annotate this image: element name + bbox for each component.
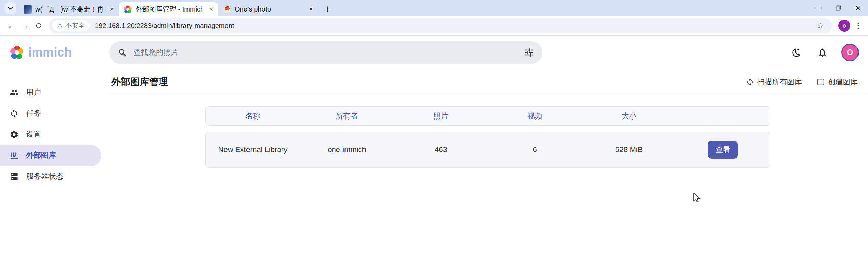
- sidebar-item-jobs[interactable]: 任务: [0, 103, 101, 124]
- tab-close-icon[interactable]: ×: [307, 5, 315, 14]
- tab-search-button[interactable]: [5, 2, 16, 14]
- sidebar-item-users[interactable]: 用户: [0, 82, 101, 103]
- library-table-header: 名称 所有者 照片 视频 大小: [205, 106, 770, 126]
- admin-sidebar: 用户 任务 设置 外部图库 服务器状态: [0, 69, 108, 279]
- sidebar-label: 设置: [26, 129, 41, 140]
- tab-close-icon[interactable]: ×: [207, 5, 216, 14]
- gear-icon: [9, 130, 19, 139]
- tab1-favicon: [24, 5, 32, 14]
- forward-button[interactable]: →: [18, 19, 32, 33]
- sidebar-label: 服务器状态: [26, 171, 63, 181]
- sidebar-item-settings[interactable]: 设置: [0, 124, 101, 145]
- url-text[interactable]: 192.168.1.20:2283/admin/library-manageme…: [95, 22, 234, 30]
- scan-all-label: 扫描所有图库: [757, 77, 802, 87]
- browser-tab-strip: w(゜Д゜)w 不要走！再看看嘛! × 外部图库管理 - Immich × On…: [0, 0, 868, 16]
- tab-close-icon[interactable]: ×: [107, 5, 116, 14]
- refresh-icon: [35, 22, 42, 29]
- create-library-button[interactable]: 创建图库: [817, 77, 858, 87]
- brand-wordmark: immich: [28, 45, 72, 60]
- column-header-photos: 照片: [394, 111, 488, 121]
- refresh-button[interactable]: [32, 19, 45, 33]
- back-button[interactable]: ←: [5, 19, 18, 33]
- app-header: immich O: [0, 36, 868, 69]
- library-name: New External Library: [206, 145, 300, 154]
- window-close-button[interactable]: ×: [848, 0, 868, 16]
- new-tab-button[interactable]: +: [321, 3, 334, 15]
- browser-toolbar: ← → ⚠ 不安全 192.168.1.20:2283/admin/librar…: [0, 16, 868, 36]
- search-icon: [118, 48, 127, 57]
- security-label: 不安全: [65, 21, 85, 30]
- immich-favicon: [123, 5, 132, 14]
- search-input[interactable]: [134, 48, 517, 57]
- sidebar-label: 用户: [26, 87, 41, 98]
- browser-tab-1[interactable]: w(゜Д゜)w 不要走！再看看嘛! ×: [19, 2, 119, 16]
- bell-icon: [817, 47, 827, 58]
- add-square-icon: [817, 78, 825, 86]
- tab-title: One's photo: [235, 5, 303, 13]
- library-actions-cell: 查看: [676, 141, 770, 159]
- tab-title: w(゜Д゜)w 不要走！再看看嘛!: [35, 5, 104, 14]
- immich-flower-icon: [9, 45, 25, 60]
- scan-sync-icon: [746, 78, 754, 86]
- restore-icon: [836, 5, 841, 11]
- sidebar-label: 外部图库: [26, 150, 56, 160]
- page-title: 外部图库管理: [111, 76, 168, 88]
- tab-separator: [319, 5, 319, 14]
- window-restore-button[interactable]: [829, 0, 848, 16]
- immich-logo[interactable]: immich: [9, 45, 72, 60]
- page-header: 外部图库管理 扫描所有图库 创建图库: [108, 69, 868, 94]
- column-header-videos: 视频: [488, 111, 582, 121]
- scan-all-libraries-button[interactable]: 扫描所有图库: [746, 77, 802, 87]
- browser-profile-avatar[interactable]: o: [838, 20, 850, 32]
- library-owner: one-immich: [300, 145, 394, 154]
- create-library-label: 创建图库: [828, 77, 858, 87]
- sidebar-item-external-libraries[interactable]: 外部图库: [0, 145, 101, 166]
- column-header-name: 名称: [206, 111, 300, 121]
- browser-tab-2-active[interactable]: 外部图库管理 - Immich ×: [119, 2, 218, 16]
- security-chip[interactable]: ⚠ 不安全: [52, 20, 90, 31]
- sidebar-item-server-stats[interactable]: 服务器状态: [0, 166, 101, 187]
- browser-menu-icon[interactable]: ⋮: [853, 21, 863, 30]
- library-photo-count: 463: [394, 145, 488, 154]
- search-filter-icon[interactable]: [524, 48, 534, 57]
- users-icon: [9, 88, 19, 97]
- column-header-size: 大小: [582, 111, 676, 121]
- tab3-favicon: [223, 5, 231, 14]
- browser-tab-3[interactable]: One's photo ×: [218, 2, 318, 16]
- main-area: 用户 任务 设置 外部图库 服务器状态 外部图库管理: [0, 69, 868, 279]
- dark-mode-toggle[interactable]: [790, 46, 803, 59]
- server-icon: [9, 172, 19, 181]
- address-bar[interactable]: ⚠ 不安全 192.168.1.20:2283/admin/library-ma…: [49, 18, 832, 33]
- library-size: 528 MiB: [582, 145, 676, 154]
- window-minimize-button[interactable]: [809, 0, 829, 16]
- library-icon: [9, 151, 19, 160]
- view-library-button[interactable]: 查看: [708, 141, 738, 159]
- user-avatar[interactable]: O: [841, 44, 859, 61]
- library-table-row: New External Library one-immich 463 6 52…: [205, 132, 770, 168]
- bookmark-star-icon[interactable]: ☆: [812, 21, 829, 30]
- close-icon: ×: [855, 4, 861, 13]
- warning-icon: ⚠: [57, 22, 63, 30]
- library-video-count: 6: [488, 145, 582, 154]
- minimize-icon: [816, 8, 822, 8]
- column-header-owner: 所有者: [300, 111, 394, 121]
- notifications-button[interactable]: [815, 46, 829, 59]
- chevron-down-icon: [8, 7, 13, 10]
- moon-stars-icon: [791, 47, 802, 58]
- sidebar-label: 任务: [26, 108, 41, 119]
- header-actions: O: [790, 44, 859, 61]
- window-controls: ×: [809, 0, 868, 16]
- search-bar[interactable]: [109, 41, 542, 64]
- tab-title: 外部图库管理 - Immich: [136, 5, 203, 14]
- sync-icon: [9, 109, 19, 118]
- page-actions: 扫描所有图库 创建图库: [746, 77, 858, 87]
- page-content: 外部图库管理 扫描所有图库 创建图库 名称 所有者 照片 视频 大小 New E…: [108, 69, 868, 279]
